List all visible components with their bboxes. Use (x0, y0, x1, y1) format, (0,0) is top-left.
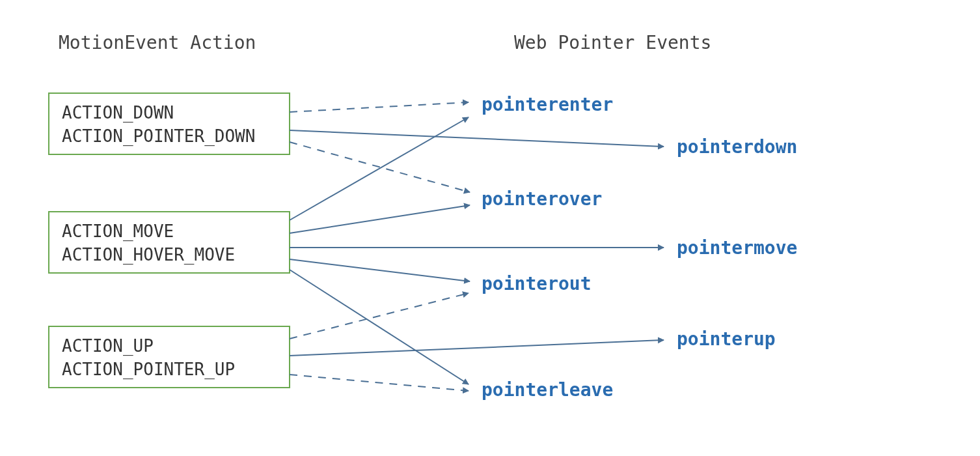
label-pointerover: pointerover (482, 188, 602, 210)
box-action-up-line1: ACTION_UP (62, 336, 154, 356)
arrow-move-to-pointerover (290, 205, 470, 233)
arrow-up-to-pointerout (290, 293, 469, 339)
box-action-down-line2: ACTION_POINTER_DOWN (62, 126, 255, 147)
arrow-up-to-pointerleave (290, 375, 469, 391)
arrow-up-to-pointerup (290, 340, 664, 356)
label-pointerenter: pointerenter (482, 94, 613, 115)
arrow-down-to-pointerover (290, 142, 470, 192)
heading-left: MotionEvent Action (59, 32, 256, 53)
box-action-move-line2: ACTION_HOVER_MOVE (62, 245, 235, 265)
arrow-move-to-pointerleave (290, 270, 469, 384)
label-pointerdown: pointerdown (677, 136, 797, 158)
diagram-canvas: MotionEvent Action Web Pointer Events AC… (0, 0, 980, 456)
label-pointerout: pointerout (482, 273, 592, 294)
box-action-down-line1: ACTION_DOWN (62, 103, 174, 123)
arrow-down-to-pointerdown (290, 130, 664, 147)
label-pointerup: pointerup (677, 328, 776, 350)
arrow-down-to-pointerenter (290, 102, 469, 112)
label-pointerleave: pointerleave (482, 379, 613, 401)
heading-right: Web Pointer Events (514, 32, 711, 53)
box-action-up-line2: ACTION_POINTER_UP (62, 360, 235, 380)
label-pointermove: pointermove (677, 237, 797, 259)
arrow-move-to-pointerenter (290, 117, 469, 220)
arrow-move-to-pointerout (290, 259, 470, 281)
box-action-move-line1: ACTION_MOVE (62, 221, 174, 242)
